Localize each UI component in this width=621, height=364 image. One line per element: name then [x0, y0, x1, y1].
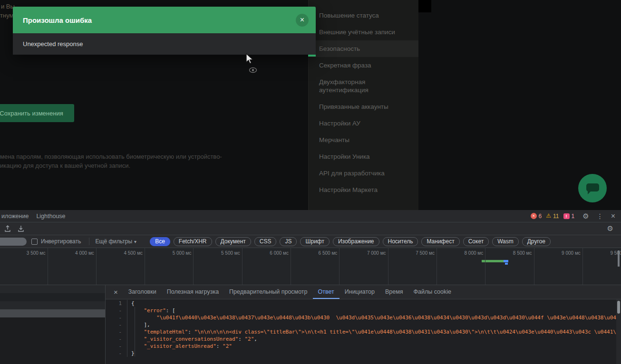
settings-menu-item[interactable]: Внешние учётные записи [309, 24, 418, 40]
web-page: и Вы тнума Сохранить изменения мена паро… [0, 0, 621, 210]
line-content: "_visitor_conversationsUnread": "2", [127, 335, 257, 343]
json-string: "error" [144, 307, 166, 314]
line-number: - [106, 328, 127, 335]
settings-menu-item[interactable]: Настройки АУ [309, 115, 418, 132]
timeline-label: 4 000 мс [75, 250, 94, 256]
table-row[interactable] [0, 293, 105, 301]
filter-chip[interactable]: Сокет [463, 237, 489, 246]
line-content: ], [127, 321, 150, 328]
response-code-view[interactable]: 1{- "error": [- "\u041f\u0440\u043e\u043… [106, 299, 621, 364]
devtools-tab-application[interactable]: иложение [0, 213, 32, 220]
table-row[interactable] [0, 285, 105, 293]
filter-chip[interactable]: Все [150, 237, 170, 246]
indent-guide [135, 307, 135, 356]
timeline-gridline [534, 248, 534, 285]
settings-menu-item[interactable]: Повышение статуса [309, 7, 418, 24]
settings-menu-item[interactable]: API для разработчика [309, 165, 418, 182]
line-number: 1 [106, 300, 127, 307]
chat-bubble-icon [586, 183, 599, 192]
json-punctuation [131, 343, 144, 349]
filter-chip[interactable]: Другое [522, 237, 551, 246]
detail-tab[interactable]: Полезная нагрузка [162, 285, 224, 299]
settings-menu-item[interactable]: Секретная фраза [309, 57, 418, 74]
json-punctuation [131, 336, 144, 342]
toast-close-button[interactable]: × [296, 14, 309, 27]
json-string: "2" [244, 336, 254, 342]
toast-progress-bar [308, 55, 316, 57]
timeline-gridline [242, 248, 243, 285]
timeline-label: 8 000 мс [465, 250, 484, 256]
timeline-label: 6 000 мс [270, 250, 289, 256]
detail-tab[interactable]: Предварительный просмотр [224, 285, 312, 299]
filter-chip[interactable]: JS [280, 237, 297, 246]
export-har-icon[interactable] [4, 225, 11, 232]
code-line: - ], [106, 321, 621, 328]
filter-chip[interactable]: Манифест [421, 237, 459, 246]
timeline-label: 4 500 мс [124, 250, 143, 256]
filter-chip[interactable]: Wasm [492, 237, 519, 246]
devtools-tab-lighthouse[interactable]: Lighthouse [32, 213, 69, 220]
timeline-gridline [485, 248, 485, 285]
devtools-kebab-menu-icon[interactable]: ⋮ [593, 212, 607, 220]
detail-close-icon[interactable]: × [108, 288, 123, 296]
eye-icon[interactable] [249, 67, 257, 75]
account-settings-menu: Повышение статусаВнешние учётные записиБ… [308, 0, 418, 210]
filter-chip[interactable]: Fetch/XHR [174, 237, 212, 246]
json-punctuation: : [ [166, 307, 175, 314]
table-row[interactable] [0, 309, 105, 317]
timeline-label: 8 500 мс [513, 250, 532, 256]
error-badge[interactable]: × 6 [531, 213, 542, 220]
network-settings-gear-icon[interactable]: ⚙ [603, 224, 617, 233]
network-overview-timeline[interactable]: 3 500 мс4 000 мс4 500 мс5 000 мс5 500 мс… [0, 248, 621, 285]
devtools-close-icon[interactable]: × [607, 212, 619, 220]
more-filters-dropdown[interactable]: Ещё фильтры▾ [96, 238, 137, 245]
filter-chip[interactable]: Изображение [333, 237, 379, 246]
line-content: "templateHtml": "\n\n\n\n\n<div class=\"… [127, 328, 621, 335]
code-scrollbar-thumb[interactable] [617, 301, 620, 314]
json-punctuation: } [131, 350, 135, 356]
chat-fab-button[interactable] [578, 174, 607, 202]
passkey-description-line2: икацию для доступа к вашей учетной запис… [0, 161, 222, 170]
invert-checkbox[interactable] [31, 239, 38, 245]
devtools-settings-gear-icon[interactable]: ⚙ [579, 212, 592, 220]
filter-chip[interactable]: Носитель [383, 237, 418, 246]
detail-tab[interactable]: Время [380, 285, 408, 299]
code-scrollbar[interactable] [616, 299, 621, 364]
warning-badge[interactable]: ⚠ 11 [546, 213, 559, 220]
network-filterbar: Инвертировать Ещё фильтры▾ ВсеFetch/XHRД… [0, 235, 621, 248]
detail-tab[interactable]: Заголовки [123, 285, 162, 299]
detail-tab[interactable]: Инициатор [340, 285, 380, 299]
import-har-icon[interactable] [17, 225, 25, 232]
json-punctuation: , [254, 336, 257, 342]
settings-menu-item[interactable]: Настройки Уника [309, 148, 418, 165]
issues-badge[interactable]: ! 1 [563, 213, 575, 220]
detail-tab[interactable]: Ответ [313, 285, 340, 299]
json-string: "templateHtml" [144, 329, 188, 335]
save-changes-button[interactable]: Сохранить изменения [0, 104, 74, 122]
detail-tab[interactable]: Файлы cookie [408, 285, 456, 299]
more-filters-label: Ещё фильтры [96, 238, 133, 245]
filter-chip[interactable]: Шрифт [300, 237, 329, 246]
filter-chip[interactable]: CSS [254, 237, 277, 246]
waterfall-tick [505, 263, 508, 265]
toast-header: Произошла ошибка × [13, 7, 316, 33]
chevron-down-icon: ▾ [134, 239, 136, 244]
devtools-tabbar: иложение Lighthouse × 6 ⚠ 11 ! 1 ⚙ ⋮ × [0, 210, 621, 222]
json-punctuation: : [216, 343, 223, 349]
warning-icon: ⚠ [546, 213, 551, 219]
settings-menu-item[interactable]: Мерчанты [309, 132, 418, 148]
table-row[interactable] [0, 301, 105, 309]
toast-message: Unexpected response [23, 40, 83, 48]
network-filter-input[interactable] [0, 238, 27, 246]
passkey-description-line1: мена паролям, позволяющая использовать б… [0, 152, 222, 161]
timeline-gridline [48, 248, 48, 285]
screen: и Вы тнума Сохранить изменения мена паро… [0, 0, 621, 364]
timeline-gridline [291, 248, 291, 285]
line-content: "_visitor_alertsUnread": "2" [127, 343, 232, 350]
line-content: { [127, 300, 135, 307]
settings-menu-item[interactable]: Настройки Маркета [309, 182, 418, 198]
settings-menu-item[interactable]: Безопасность [309, 40, 418, 57]
settings-menu-item[interactable]: Привязанные аккаунты [309, 98, 418, 115]
settings-menu-item[interactable]: Двухфакторная аутентификация [309, 74, 418, 98]
filter-chip[interactable]: Документ [215, 237, 251, 246]
